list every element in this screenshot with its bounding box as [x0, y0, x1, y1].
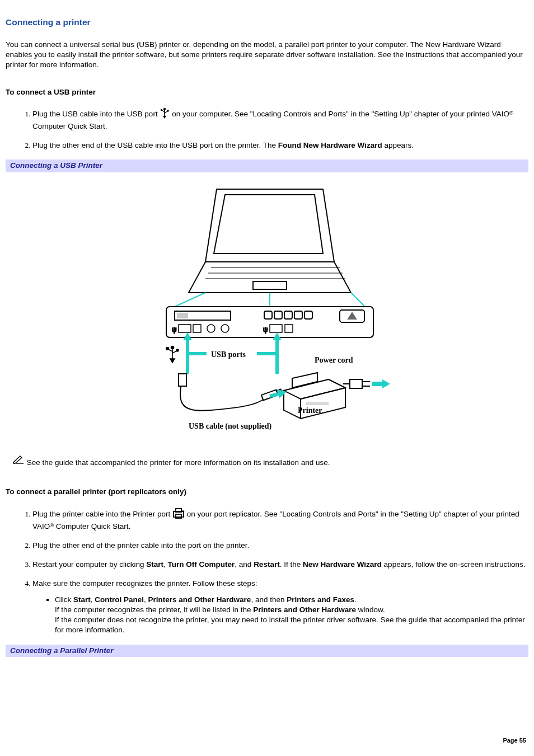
usb-figure-caption: Connecting a USB Printer [6, 159, 528, 172]
par-step3-c: appears, follow the on-screen instructio… [382, 560, 526, 569]
sub-s2: , [144, 595, 148, 604]
bold-nhw: New Hardware Wizard [303, 560, 382, 569]
svg-rect-22 [305, 311, 312, 319]
sub-line3: If the computer does not recognize the p… [55, 616, 525, 634]
printer-port-icon [172, 508, 185, 522]
bold-turnoff: Turn Off Computer [168, 560, 235, 569]
sub-line2b: Printers and Other Hardware [253, 605, 356, 614]
svg-point-42 [176, 349, 179, 351]
registered-mark: ® [509, 110, 513, 116]
label-usb-ports: USB ports [211, 350, 246, 359]
document-page: Connecting a printer You can connect a u… [0, 0, 534, 756]
svg-text:ψ: ψ [172, 326, 177, 334]
par-step1-a: Plug the printer cable into the Printer … [32, 510, 172, 518]
par-step3-a: Restart your computer by clicking [32, 560, 146, 569]
usb-trident-icon [160, 107, 170, 121]
parallel-step-4: Make sure the computer recognizes the pr… [32, 579, 528, 635]
sub-poh: Printers and Other Hardware [148, 595, 251, 604]
svg-rect-44 [350, 379, 362, 388]
svg-marker-4 [163, 116, 166, 119]
usb-steps-list: Plug the USB cable into the USB port on … [6, 107, 528, 151]
page-number: Page 55 [503, 736, 526, 745]
svg-point-27 [207, 325, 215, 332]
svg-line-12 [175, 293, 205, 307]
svg-rect-41 [166, 348, 168, 350]
usb-step2-text-b: appears. [382, 141, 414, 149]
svg-rect-18 [264, 311, 272, 319]
svg-rect-21 [294, 311, 302, 319]
parallel-step-1: Plug the printer cable into the Printer … [32, 508, 528, 532]
svg-rect-20 [284, 311, 292, 319]
svg-rect-64 [176, 514, 181, 518]
svg-marker-6 [214, 195, 323, 253]
sub-line2c: window. [356, 605, 385, 614]
usb-step1-text-c: Computer Quick Start. [32, 122, 107, 130]
svg-point-28 [221, 325, 229, 332]
parallel-section-heading: To connect a parallel printer (port repl… [6, 487, 528, 497]
svg-rect-26 [193, 325, 201, 332]
par-step3-s1: , [163, 560, 168, 569]
sub-a2: . [354, 595, 357, 604]
parallel-step-2: Plug the other end of the printer cable … [32, 541, 528, 551]
par-step3-b: . If the [280, 560, 303, 569]
parallel-steps-list: Plug the printer cable into the Printer … [6, 508, 528, 636]
par-step1-c: Computer Quick Start. [54, 522, 130, 530]
par-step4-text: Make sure the computer recognizes the pr… [32, 579, 257, 588]
usb-step2-text-a: Plug the other end of the USB cable into… [32, 141, 278, 149]
registered-mark-2: ® [50, 523, 54, 528]
intro-paragraph: You can connect a universal serial bus (… [6, 40, 528, 71]
svg-line-13 [351, 293, 365, 307]
usb-section-heading: To connect a USB printer [6, 87, 528, 97]
svg-point-3 [167, 110, 170, 112]
usb-step1-text-b: on your computer. See "Locating Controls… [172, 110, 509, 118]
par-step3-s2: , and [235, 560, 254, 569]
usb-ports-label-group: USB ports [183, 332, 282, 374]
note-line: See the guide that accompanied the print… [12, 455, 528, 468]
svg-marker-65 [182, 510, 185, 511]
svg-rect-11 [253, 281, 287, 289]
usb-connection-diagram: ψ ψ USB ports [144, 178, 390, 430]
bold-start: Start [146, 560, 163, 569]
svg-rect-19 [274, 311, 282, 319]
usb-figure: ψ ψ USB ports [6, 172, 528, 455]
label-usb-cable: USB cable (not supplied) [189, 422, 272, 430]
page-title: Connecting a printer [6, 17, 528, 29]
note-text: See the guide that accompanied the print… [25, 458, 330, 467]
usb-step1-text-a: Plug the USB cable into the USB port [32, 110, 160, 118]
svg-rect-31 [285, 325, 293, 332]
found-new-hardware-bold: Found New Hardware Wizard [278, 141, 382, 149]
sub-line2a: If the computer recognizes the printer, … [55, 605, 253, 614]
sub-s3: , and then [251, 595, 287, 604]
parallel-step-3: Restart your computer by clicking Start,… [32, 560, 528, 570]
sub-a1: Click [55, 595, 73, 604]
svg-marker-43 [170, 359, 175, 363]
svg-rect-55 [306, 402, 329, 405]
bold-restart: Restart [254, 560, 280, 569]
parallel-sub-1: Click Start, Control Panel, Printers and… [55, 595, 528, 636]
sub-start: Start [73, 595, 91, 604]
label-printer: Printer [298, 406, 322, 415]
svg-rect-17 [177, 313, 188, 318]
parallel-figure-caption: Connecting a Parallel Printer [6, 645, 528, 657]
svg-marker-49 [382, 379, 390, 388]
svg-rect-56 [179, 374, 186, 386]
pencil-note-icon [12, 455, 25, 467]
parallel-sublist: Click Start, Control Panel, Printers and… [32, 595, 528, 636]
usb-step-1: Plug the USB cable into the USB port on … [32, 107, 528, 132]
sub-cp: Control Panel [95, 595, 144, 604]
svg-rect-25 [179, 325, 191, 332]
svg-rect-2 [161, 109, 162, 111]
label-power-cord: Power cord [315, 356, 353, 364]
svg-text:ψ: ψ [263, 326, 268, 334]
usb-step-2: Plug the other end of the USB cable into… [32, 140, 528, 151]
sub-pf: Printers and Faxes [287, 595, 354, 604]
svg-rect-30 [270, 325, 282, 332]
